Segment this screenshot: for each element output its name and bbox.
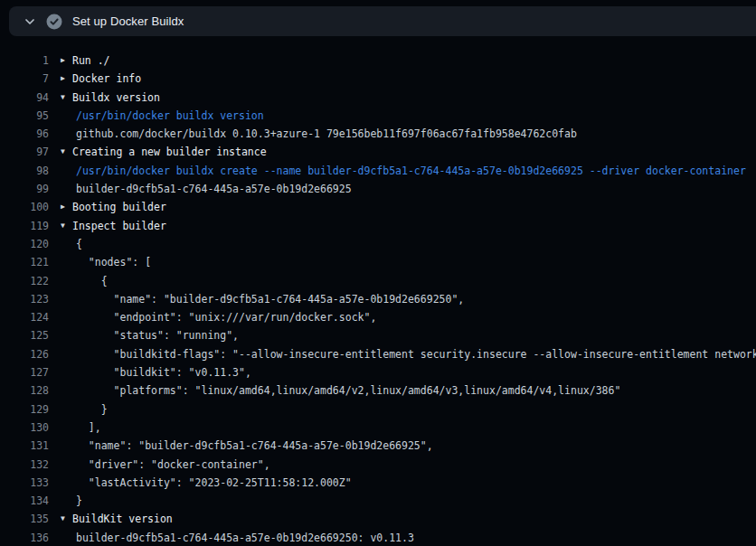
log-line: 133 "lastActivity": "2023-02-25T11:58:12…: [0, 474, 756, 492]
line-number[interactable]: 124: [0, 308, 49, 326]
log-line: 96 github.com/docker/buildx 0.10.3+azure…: [0, 125, 756, 143]
line-text: }: [76, 400, 108, 419]
line-text: "name": "builder-d9cfb5a1-c764-445a-a57e…: [76, 290, 464, 308]
line-text: "driver": "docker-container",: [76, 456, 270, 474]
log-line: 98 /usr/bin/docker buildx create --name …: [0, 162, 756, 180]
log-line[interactable]: 135 ▼ BuildKit version: [0, 510, 756, 528]
chevron-down-icon[interactable]: [24, 15, 36, 28]
log-line: 132 "driver": "docker-container",: [0, 456, 756, 474]
line-text: Inspect builder: [72, 217, 166, 235]
check-circle-icon: [46, 14, 62, 30]
line-text: "endpoint": "unix:///var/run/docker.sock…: [76, 308, 376, 326]
log-line: 130 ],: [0, 419, 756, 437]
line-number[interactable]: 119: [0, 217, 49, 235]
line-text: BuildKit version: [72, 510, 173, 528]
log-line: 95 /usr/bin/docker buildx version: [0, 107, 756, 125]
log-line: 120 {: [0, 235, 756, 253]
line-text: Creating a new builder instance: [72, 143, 267, 161]
step-header[interactable]: Set up Docker Buildx: [9, 6, 756, 36]
line-text: github.com/docker/buildx 0.10.3+azure-1 …: [76, 125, 577, 143]
line-number[interactable]: 7: [0, 70, 49, 88]
log-line: 136 builder-d9cfb5a1-c764-445a-a57e-0b19…: [0, 529, 756, 546]
log-line: 121 "nodes": [: [0, 253, 756, 271]
line-number[interactable]: 95: [0, 107, 49, 125]
line-number[interactable]: 120: [0, 235, 49, 253]
line-number[interactable]: 98: [0, 162, 49, 180]
log-line[interactable]: 7 ▶ Docker info: [0, 70, 756, 88]
log-line: 124 "endpoint": "unix:///var/run/docker.…: [0, 308, 756, 326]
line-text: "buildkit": "v0.11.3",: [76, 363, 251, 381]
line-number[interactable]: 123: [0, 290, 49, 308]
line-number[interactable]: 133: [0, 474, 49, 492]
group-marker: ▶: [61, 70, 72, 88]
line-text: "nodes": [: [76, 253, 151, 271]
log-line: 125 "status": "running",: [0, 326, 756, 344]
line-number[interactable]: 100: [0, 198, 49, 216]
line-text: Buildx version: [72, 89, 160, 107]
group-marker: ▶: [61, 52, 72, 70]
log-line: 129 }: [0, 400, 756, 419]
line-number[interactable]: 99: [0, 180, 49, 198]
line-number[interactable]: 1: [0, 52, 49, 70]
line-number[interactable]: 125: [0, 326, 49, 344]
line-text: "name": "builder-d9cfb5a1-c764-445a-a57e…: [76, 437, 433, 455]
log-line: 134 }: [0, 492, 756, 510]
line-number[interactable]: 96: [0, 125, 49, 143]
line-text: /usr/bin/docker buildx version: [76, 107, 264, 125]
line-number[interactable]: 132: [0, 456, 49, 474]
line-text: "platforms": "linux/amd64,linux/amd64/v2…: [76, 381, 620, 400]
line-text: builder-d9cfb5a1-c764-445a-a57e-0b19d2e6…: [76, 180, 352, 198]
log-line: 126 "buildkitd-flags": "--allow-insecure…: [0, 345, 756, 363]
line-number[interactable]: 97: [0, 143, 49, 161]
line-number[interactable]: 121: [0, 253, 49, 271]
line-number[interactable]: 134: [0, 492, 49, 510]
line-number[interactable]: 122: [0, 272, 49, 290]
actions-log-viewer: { "header": { "title": "Set up Docker Bu…: [0, 0, 756, 546]
line-text: Docker info: [72, 70, 141, 88]
line-text: }: [76, 492, 82, 510]
line-number[interactable]: 128: [0, 381, 49, 400]
line-number[interactable]: 135: [0, 510, 49, 528]
line-text: /usr/bin/docker buildx create --name bui…: [76, 162, 746, 180]
line-number[interactable]: 130: [0, 419, 49, 437]
line-text: {: [76, 272, 108, 290]
group-marker: ▶: [61, 198, 72, 216]
line-number[interactable]: 127: [0, 363, 49, 381]
line-number[interactable]: 136: [0, 529, 49, 546]
line-number[interactable]: 94: [0, 89, 49, 107]
log-line[interactable]: 119 ▼ Inspect builder: [0, 217, 756, 235]
log-line[interactable]: 94 ▼ Buildx version: [0, 89, 756, 107]
line-text: "status": "running",: [76, 326, 239, 344]
line-text: "buildkitd-flags": "--allow-insecure-ent…: [76, 345, 756, 363]
log-line: 127 "buildkit": "v0.11.3",: [0, 363, 756, 381]
line-text: ],: [76, 419, 101, 437]
line-number[interactable]: 126: [0, 345, 49, 363]
log-line[interactable]: 100 ▶ Booting builder: [0, 198, 756, 216]
line-text: Run ./: [72, 52, 110, 70]
line-number[interactable]: 129: [0, 400, 49, 419]
log-line: 123 "name": "builder-d9cfb5a1-c764-445a-…: [0, 290, 756, 308]
log-line: 128 "platforms": "linux/amd64,linux/amd6…: [0, 381, 756, 400]
log-line: 99 builder-d9cfb5a1-c764-445a-a57e-0b19d…: [0, 180, 756, 198]
log-line: 131 "name": "builder-d9cfb5a1-c764-445a-…: [0, 437, 756, 455]
group-marker: ▼: [61, 510, 72, 528]
log-line: 122 {: [0, 272, 756, 290]
line-text: builder-d9cfb5a1-c764-445a-a57e-0b19d2e6…: [76, 529, 414, 546]
log-line[interactable]: 97 ▼ Creating a new builder instance: [0, 143, 756, 161]
log-container[interactable]: 1 ▶ Run ./ 7 ▶ Docker info 94 ▼ Buildx v…: [0, 52, 756, 546]
step-title: Set up Docker Buildx: [72, 14, 184, 28]
group-marker: ▼: [61, 143, 72, 161]
log-line[interactable]: 1 ▶ Run ./: [0, 52, 756, 70]
line-text: "lastActivity": "2023-02-25T11:58:12.000…: [76, 474, 352, 492]
line-number[interactable]: 131: [0, 437, 49, 455]
line-text: Booting builder: [72, 198, 166, 216]
group-marker: ▼: [61, 89, 72, 107]
line-text: {: [76, 235, 82, 253]
group-marker: ▼: [61, 217, 72, 235]
